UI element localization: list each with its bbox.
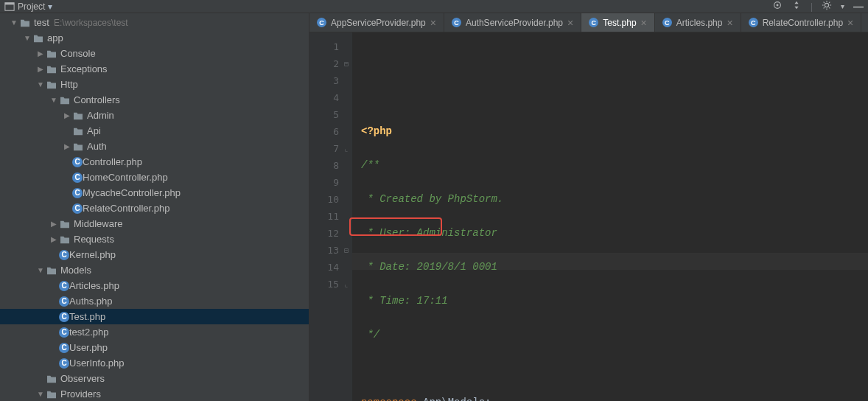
svg-point-3 xyxy=(776,4,778,7)
tree-folder[interactable]: ▶Middleware xyxy=(0,216,309,231)
editor-tab[interactable]: CTest.php× xyxy=(581,13,655,32)
fold-mark[interactable]: ⊟ xyxy=(342,242,351,259)
line-number: 1 xyxy=(309,38,339,55)
tree-folder[interactable]: ▼Models xyxy=(0,262,309,278)
expand-arrow-icon[interactable]: ▶ xyxy=(35,49,46,57)
close-icon[interactable]: × xyxy=(567,18,573,28)
fold-mark[interactable] xyxy=(342,72,351,89)
editor-tab[interactable]: CRelateController.php× xyxy=(741,13,862,32)
project-tree-panel[interactable]: ▼testE:\workspaces\test▼app▶Console▶Exce… xyxy=(0,13,309,401)
fold-mark[interactable] xyxy=(342,157,351,174)
tree-file[interactable]: ▶CUserInfo.php xyxy=(0,355,309,371)
close-icon[interactable]: × xyxy=(430,18,436,28)
editor-tab[interactable]: CAuthServiceProvider.php× xyxy=(444,13,581,32)
fold-mark[interactable]: ⊟ xyxy=(342,55,351,72)
expand-arrow-icon[interactable]: ▼ xyxy=(22,34,32,42)
tree-file[interactable]: ▶CAuths.php xyxy=(0,293,309,309)
tree-item-label: Observers xyxy=(60,373,105,384)
tree-folder[interactable]: ▼Providers xyxy=(0,386,309,401)
folder-icon xyxy=(32,32,44,44)
tree-folder[interactable]: ▶Admin xyxy=(0,108,309,123)
fold-mark[interactable] xyxy=(342,123,351,140)
fold-mark[interactable] xyxy=(342,259,351,276)
expand-arrow-icon[interactable]: ▼ xyxy=(35,80,46,88)
error-highlight-box xyxy=(349,217,442,236)
tree-file[interactable]: ▶CRelateController.php xyxy=(0,200,309,216)
editor-tab-bar: CAppServiceProvider.php×CAuthServiceProv… xyxy=(309,13,868,32)
php-class-icon: C xyxy=(59,358,69,369)
folder-icon xyxy=(59,94,71,106)
tree-item-label: Controller.php xyxy=(83,156,142,167)
tree-folder[interactable]: ▶Observers xyxy=(0,371,309,386)
line-number-gutter: 123456789101112131415 ⊟⌞⊟⌞ xyxy=(309,32,352,401)
tree-file[interactable]: ▶CUser.php xyxy=(0,340,309,355)
svg-rect-1 xyxy=(5,2,14,4)
tree-folder[interactable]: ▶Api xyxy=(0,123,309,139)
tree-file[interactable]: ▶CArticles.php xyxy=(0,278,309,293)
fold-mark[interactable] xyxy=(342,38,351,55)
tree-item-label: Controllers xyxy=(74,94,120,105)
fold-mark[interactable]: ⌞ xyxy=(342,140,351,157)
expand-arrow-icon[interactable]: ▶ xyxy=(49,220,59,228)
php-class-icon: C xyxy=(317,18,326,27)
line-number: 7 xyxy=(309,140,339,157)
gear-dropdown-icon[interactable]: ▾ xyxy=(841,2,844,10)
editor-tab[interactable]: CAppServiceProvider.php× xyxy=(309,13,444,32)
php-class-icon: C xyxy=(72,188,83,198)
expand-arrow-icon[interactable]: ▶ xyxy=(62,111,72,119)
folder-icon xyxy=(46,265,57,276)
hide-icon[interactable]: — xyxy=(853,1,864,13)
tree-folder[interactable]: ▼testE:\workspaces\test xyxy=(0,15,309,30)
tab-label: Test.php xyxy=(603,18,636,28)
project-label[interactable]: Project xyxy=(18,1,45,12)
expand-arrow-icon[interactable]: ▼ xyxy=(35,266,46,274)
tree-item-label: Admin xyxy=(87,110,114,121)
fold-mark[interactable] xyxy=(342,89,351,106)
expand-arrow-icon[interactable]: ▼ xyxy=(49,96,59,104)
expand-arrow-icon[interactable]: ▼ xyxy=(35,390,46,398)
tree-file[interactable]: ▶Ctest2.php xyxy=(0,324,309,340)
line-number: 12 xyxy=(309,225,339,242)
code-editor[interactable]: 123456789101112131415 ⊟⌞⊟⌞ <?php /** * C… xyxy=(309,32,868,401)
svg-point-4 xyxy=(825,3,828,7)
gear-icon[interactable] xyxy=(822,0,832,13)
project-tool-icon[interactable] xyxy=(4,1,15,12)
expand-arrow-icon[interactable]: ▶ xyxy=(49,235,59,243)
tree-folder[interactable]: ▼app xyxy=(0,30,309,46)
php-class-icon: C xyxy=(662,18,672,27)
tree-file[interactable]: ▶CTest.php xyxy=(0,309,309,324)
tree-file[interactable]: ▶CHomeController.php xyxy=(0,170,309,185)
tree-item-label: RelateController.php xyxy=(83,203,170,214)
expand-icon[interactable] xyxy=(791,0,802,13)
project-dropdown-icon[interactable]: ▾ xyxy=(48,1,52,12)
fold-mark[interactable] xyxy=(342,106,351,123)
target-icon[interactable] xyxy=(772,0,783,13)
tree-file[interactable]: ▶CController.php xyxy=(0,154,309,170)
tree-item-label: Exceptions xyxy=(60,63,108,74)
fold-mark[interactable] xyxy=(342,191,351,208)
tree-item-label: Kernel.php xyxy=(69,249,116,260)
expand-arrow-icon[interactable]: ▶ xyxy=(35,65,46,73)
tree-folder[interactable]: ▶Requests xyxy=(0,231,309,247)
expand-arrow-icon[interactable]: ▶ xyxy=(62,142,72,150)
php-class-icon: C xyxy=(59,281,69,291)
php-class-icon: C xyxy=(452,18,461,27)
tree-file[interactable]: ▶CMycacheController.php xyxy=(0,185,309,200)
close-icon[interactable]: × xyxy=(847,18,853,28)
fold-mark[interactable] xyxy=(342,174,351,191)
tree-folder[interactable]: ▼Http xyxy=(0,77,309,92)
tree-folder[interactable]: ▶Auth xyxy=(0,139,309,154)
expand-arrow-icon[interactable]: ▼ xyxy=(9,18,19,27)
folder-icon xyxy=(72,110,84,122)
tree-folder[interactable]: ▶Console xyxy=(0,46,309,61)
fold-mark[interactable]: ⌞ xyxy=(342,276,351,293)
php-class-icon: C xyxy=(59,250,69,260)
tree-folder[interactable]: ▼Controllers xyxy=(0,92,309,108)
php-class-icon: C xyxy=(59,312,69,322)
close-icon[interactable]: × xyxy=(727,18,732,28)
editor-tab[interactable]: CArticles.php× xyxy=(655,13,741,32)
close-icon[interactable]: × xyxy=(641,18,647,28)
tree-file[interactable]: ▶CKernel.php xyxy=(0,247,309,262)
tree-folder[interactable]: ▶Exceptions xyxy=(0,61,309,77)
tree-item-label: test xyxy=(34,17,49,28)
